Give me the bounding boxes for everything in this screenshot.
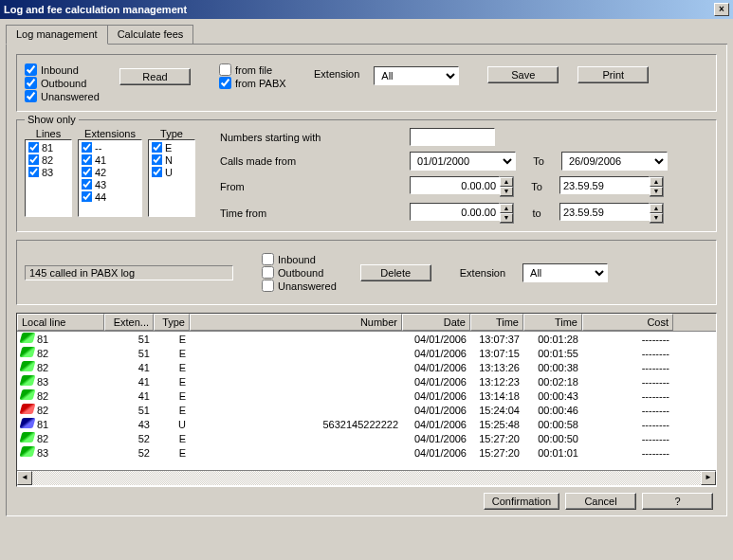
numbers-starting-input[interactable] bbox=[410, 128, 495, 146]
scroll-left-icon[interactable]: ◄ bbox=[17, 471, 32, 485]
showonly-group: Show only Lines 818283 Extensions --4142… bbox=[16, 119, 717, 232]
table-row[interactable]: 8151E04/01/200613:07:3700:01:28-------- bbox=[17, 332, 716, 346]
list-item[interactable]: 43 bbox=[80, 178, 140, 190]
phone-icon bbox=[20, 432, 36, 443]
tabstrip: Log management Calculate fees bbox=[6, 25, 727, 45]
list-item[interactable]: 41 bbox=[80, 154, 140, 166]
mid-extension-select[interactable]: All bbox=[522, 263, 608, 282]
from-spinner[interactable]: ▲▼ bbox=[410, 176, 514, 197]
list-item[interactable]: 81 bbox=[27, 141, 70, 154]
time-to-label: to bbox=[514, 208, 559, 219]
table-row[interactable]: 8241E04/01/200613:13:2600:00:38-------- bbox=[17, 360, 716, 374]
extension-select[interactable]: All bbox=[374, 66, 459, 85]
list-item[interactable]: 42 bbox=[80, 166, 140, 178]
chk-outbound[interactable]: Outbound bbox=[25, 77, 119, 89]
phone-icon bbox=[20, 418, 36, 428]
close-icon[interactable]: × bbox=[714, 3, 729, 16]
table-row[interactable]: 8251E04/01/200615:24:0400:00:46-------- bbox=[17, 403, 716, 417]
numbers-starting-label: Numbers starting with bbox=[220, 132, 353, 143]
calls-from-date[interactable]: 01/01/2000 bbox=[410, 152, 516, 171]
type-listbox[interactable]: ENU bbox=[148, 139, 195, 217]
phone-icon bbox=[20, 361, 36, 371]
read-button[interactable]: Read bbox=[119, 68, 191, 85]
phone-icon bbox=[20, 333, 36, 343]
cancel-button[interactable]: Cancel bbox=[565, 493, 636, 510]
lines-listbox[interactable]: 818283 bbox=[25, 139, 72, 217]
window-title: Log and fee calculation management bbox=[4, 4, 187, 15]
time-from-label: Time from bbox=[220, 208, 353, 219]
mid-chk-unanswered[interactable]: Unanswered bbox=[262, 280, 337, 292]
calls-to-label: To bbox=[516, 155, 561, 167]
tab-log-management[interactable]: Log management bbox=[6, 25, 108, 45]
status-text: 145 called in PABX log bbox=[25, 265, 233, 280]
grid-header[interactable]: Local line Exten... Type Number Date Tim… bbox=[17, 314, 716, 332]
from-label: From bbox=[220, 181, 353, 192]
table-row[interactable]: 8341E04/01/200613:12:2300:02:18-------- bbox=[17, 374, 716, 388]
chk-from-pabx[interactable]: from PABX bbox=[219, 77, 314, 89]
list-item[interactable]: U bbox=[150, 166, 193, 178]
chk-inbound[interactable]: Inbound bbox=[25, 63, 119, 76]
delete-button[interactable]: Delete bbox=[360, 264, 431, 281]
list-item[interactable]: -- bbox=[80, 141, 140, 154]
phone-icon bbox=[20, 389, 36, 400]
phone-icon bbox=[20, 347, 36, 357]
extension-label: Extension bbox=[314, 68, 359, 80]
chk-from-file[interactable]: from file bbox=[219, 63, 314, 76]
chk-unanswered[interactable]: Unanswered bbox=[25, 90, 119, 102]
list-item[interactable]: 83 bbox=[27, 166, 70, 178]
table-row[interactable]: 8143U563214522222204/01/200615:25:4800:0… bbox=[17, 417, 716, 431]
print-button[interactable]: Print bbox=[577, 66, 649, 83]
time-to-spinner[interactable]: ▲▼ bbox=[559, 203, 664, 224]
table-row[interactable]: 8251E04/01/200613:07:1500:01:55-------- bbox=[17, 346, 716, 360]
phone-icon bbox=[20, 404, 36, 414]
table-row[interactable]: 8252E04/01/200615:27:2000:00:50-------- bbox=[17, 431, 716, 445]
tab-calculate-fees[interactable]: Calculate fees bbox=[107, 25, 194, 44]
filter-group: Inbound Outbound Unanswered Read from fi… bbox=[16, 54, 717, 112]
extensions-label: Extensions bbox=[78, 128, 142, 139]
extensions-listbox[interactable]: --41424344 bbox=[78, 139, 142, 217]
save-button[interactable]: Save bbox=[487, 66, 559, 83]
call-grid: Local line Exten... Type Number Date Tim… bbox=[16, 313, 717, 487]
type-label: Type bbox=[148, 128, 195, 139]
phone-icon bbox=[20, 375, 36, 386]
confirmation-button[interactable]: Confirmation bbox=[484, 493, 559, 510]
table-row[interactable]: 8352E04/01/200615:27:2000:01:01-------- bbox=[17, 445, 716, 460]
mid-extension-label: Extension bbox=[460, 267, 505, 279]
from-to-label: To bbox=[514, 181, 559, 192]
grid-hscroll[interactable]: ◄ ► bbox=[17, 470, 716, 485]
spinner-up-icon: ▲ bbox=[500, 177, 513, 187]
grid-body[interactable]: 8151E04/01/200613:07:3700:01:28--------8… bbox=[17, 332, 716, 470]
list-item[interactable]: E bbox=[150, 141, 193, 154]
calls-to-date[interactable]: 26/09/2006 bbox=[561, 152, 668, 171]
spinner-down-icon: ▼ bbox=[500, 187, 513, 196]
from-to-spinner[interactable]: ▲▼ bbox=[559, 176, 664, 197]
titlebar: Log and fee calculation management × bbox=[0, 0, 733, 19]
calls-from-label: Calls made from bbox=[220, 155, 353, 167]
phone-icon bbox=[20, 446, 36, 457]
lines-label: Lines bbox=[25, 128, 72, 139]
delete-group: 145 called in PABX log Inbound Outbound … bbox=[16, 240, 717, 305]
scroll-right-icon[interactable]: ► bbox=[701, 471, 716, 485]
mid-chk-inbound[interactable]: Inbound bbox=[262, 253, 337, 265]
list-item[interactable]: 44 bbox=[80, 190, 140, 203]
list-item[interactable]: 82 bbox=[27, 154, 70, 166]
mid-chk-outbound[interactable]: Outbound bbox=[262, 266, 337, 279]
time-from-spinner[interactable]: ▲▼ bbox=[410, 203, 514, 224]
table-row[interactable]: 8241E04/01/200613:14:1800:00:43-------- bbox=[17, 388, 716, 403]
showonly-legend: Show only bbox=[25, 114, 79, 125]
list-item[interactable]: N bbox=[150, 154, 193, 166]
help-button[interactable]: ? bbox=[642, 493, 713, 510]
